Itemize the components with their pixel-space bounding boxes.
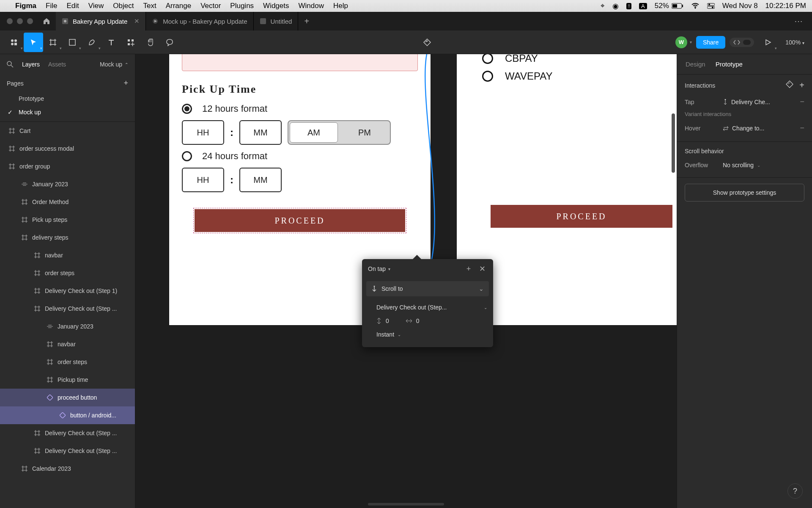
menubar-arrange[interactable]: Arrange	[166, 2, 191, 10]
menubar-object[interactable]: Object	[113, 2, 134, 10]
remove-variant-interaction-button[interactable]: −	[800, 124, 804, 133]
menubar-battery[interactable]: 52%	[655, 2, 683, 10]
layer-row[interactable]: navbar	[0, 246, 135, 264]
layer-row[interactable]: Delivery Check out (Step ...	[0, 442, 135, 460]
share-button[interactable]: Share	[696, 36, 725, 49]
add-interaction-button[interactable]: +	[799, 80, 804, 90]
layer-row[interactable]: Order Method	[0, 193, 135, 211]
layer-row[interactable]: order steps	[0, 264, 135, 282]
layer-row[interactable]: order success modal	[0, 140, 135, 157]
menubar-view[interactable]: View	[88, 2, 104, 10]
payment-option-wavepay[interactable]: WAVEPAY	[482, 70, 677, 82]
new-tab-button[interactable]: +	[298, 17, 315, 26]
overflow-select[interactable]: No scrolling ⌄	[723, 162, 804, 168]
popup-add-button[interactable]: +	[464, 265, 474, 273]
am-button[interactable]: AM	[290, 122, 338, 143]
show-prototype-settings-button[interactable]: Show prototype settings	[685, 184, 804, 202]
layer-row[interactable]: Calendar 2023	[0, 460, 135, 478]
menubar-figma-icon[interactable]: ⌖	[601, 2, 605, 10]
main-menu-button[interactable]: ▾	[4, 33, 24, 52]
reset-prototype-icon[interactable]	[417, 33, 437, 52]
popup-close-button[interactable]: ✕	[477, 264, 487, 273]
pen-tool[interactable]: ▾	[82, 33, 102, 52]
menubar-vector[interactable]: Vector	[200, 2, 221, 10]
layer-row[interactable]: Pick up steps	[0, 211, 135, 229]
menubar-window[interactable]: Window	[299, 2, 324, 10]
page-item-prototype[interactable]: Prototype	[0, 92, 135, 105]
layer-row[interactable]: Delivery Check out (Step ...	[0, 424, 135, 442]
hour-input-24[interactable]: HH	[182, 168, 224, 192]
present-button[interactable]: ▾	[758, 33, 778, 52]
canvas-scrollbar[interactable]	[672, 113, 675, 173]
dev-mode-toggle[interactable]	[730, 38, 754, 47]
layer-row[interactable]: January 2023	[0, 175, 135, 193]
minute-input-24[interactable]: MM	[239, 168, 282, 192]
design-tab[interactable]: Design	[686, 61, 705, 68]
layer-row[interactable]: order steps	[0, 353, 135, 371]
popup-action-select[interactable]: Scroll to ⌄	[366, 281, 489, 296]
pm-button[interactable]: PM	[339, 121, 390, 144]
popup-title[interactable]: On tap ▾	[368, 265, 460, 272]
layers-tab[interactable]: Layers	[22, 61, 40, 68]
frame-tool[interactable]: ▾	[43, 33, 63, 52]
popup-animation-select[interactable]: Instant ⌄	[376, 328, 487, 341]
text-tool[interactable]	[102, 33, 121, 52]
hand-tool[interactable]	[140, 33, 160, 52]
remove-interaction-button[interactable]: −	[800, 97, 804, 106]
variant-interaction-row[interactable]: Hover Change to... −	[685, 121, 804, 135]
menubar-alert-icon[interactable]: !	[626, 3, 631, 9]
radio-12h[interactable]: 12 hours format	[182, 103, 418, 114]
layer-row[interactable]: Pickup time	[0, 371, 135, 389]
hour-input[interactable]: HH	[182, 120, 224, 145]
popup-offset-x[interactable]: 0	[406, 318, 420, 324]
layer-row[interactable]: Delivery Check out (Step ...	[0, 300, 135, 318]
layer-row[interactable]: button / android...	[0, 406, 135, 424]
popup-offset-y[interactable]: 0	[376, 318, 389, 324]
minute-input[interactable]: MM	[239, 120, 282, 145]
menubar-record-icon[interactable]: ◉	[612, 2, 619, 11]
interaction-row-tap[interactable]: Tap Delivery Che... −	[685, 94, 804, 109]
layer-row[interactable]: Cart	[0, 122, 135, 140]
tabbar-overflow-menu[interactable]: ⋯	[788, 16, 809, 26]
tab-close-icon[interactable]: ✕	[134, 17, 140, 25]
layer-row[interactable]: January 2023	[0, 318, 135, 335]
remove-interactions-icon[interactable]	[786, 80, 793, 90]
window-controls[interactable]	[3, 18, 37, 24]
menubar-wifi-icon[interactable]	[691, 3, 700, 9]
minimize-window-icon[interactable]	[17, 18, 23, 24]
menubar-edit[interactable]: Edit	[66, 2, 79, 10]
calendar-widget[interactable]: 30 31 1 2 3 4 5	[182, 54, 418, 71]
menubar-file[interactable]: File	[46, 2, 57, 10]
payment-option-cbpay[interactable]: CBPAY	[482, 54, 677, 64]
tab-untitled[interactable]: Untitled	[254, 12, 299, 30]
page-item-mockup[interactable]: Mock up	[0, 105, 135, 119]
menubar-control-center-icon[interactable]	[707, 3, 715, 9]
menubar-help[interactable]: Help	[333, 2, 348, 10]
maximize-window-icon[interactable]	[27, 18, 33, 24]
page-dropdown[interactable]: Mock up ⌃	[100, 61, 128, 68]
radio-24h[interactable]: 24 hours format	[182, 151, 418, 162]
tab-bakery-app-update[interactable]: Bakery App Update ✕	[56, 12, 146, 30]
canvas[interactable]: 30 31 1 2 3 4 5 Pick Up Time 12 hours fo…	[135, 54, 677, 508]
proceed-button-selected[interactable]: PROCEED	[195, 209, 405, 232]
menubar-time[interactable]: 10:22:16 PM	[765, 2, 806, 10]
ampm-toggle[interactable]: AM PM	[288, 120, 391, 145]
menubar-text[interactable]: Text	[143, 2, 156, 10]
zoom-level[interactable]: 100% ▾	[782, 39, 808, 46]
menubar-app-name[interactable]: Figma	[15, 2, 36, 10]
add-page-button[interactable]: +	[123, 79, 128, 88]
resources-tool[interactable]	[121, 33, 140, 52]
popup-target-select[interactable]: Delivery Check out (Step... ⌄	[376, 301, 487, 314]
layer-row[interactable]: navbar	[0, 335, 135, 353]
layer-row[interactable]: proceed button	[0, 389, 135, 406]
user-avatar[interactable]: W	[675, 36, 687, 48]
move-tool[interactable]: ▾	[24, 33, 43, 52]
assets-tab[interactable]: Assets	[48, 61, 66, 68]
comment-tool[interactable]	[160, 33, 179, 52]
proceed-button[interactable]: PROCEED	[491, 205, 672, 228]
menubar-a-icon[interactable]: A	[639, 3, 647, 9]
menubar-date[interactable]: Wed Nov 8	[722, 2, 758, 10]
layer-row[interactable]: Delivery Check out (Step 1)	[0, 282, 135, 300]
menubar-widgets[interactable]: Widgets	[263, 2, 289, 10]
tab-mockup-bakery[interactable]: Mock up - Bakery App Update	[146, 12, 253, 30]
